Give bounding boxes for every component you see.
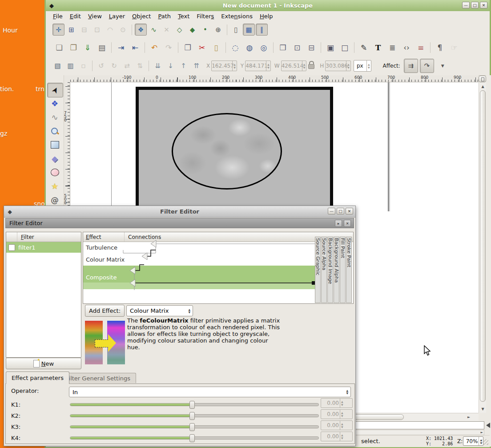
- select-all-icon[interactable]: ▧: [52, 60, 64, 72]
- tab-filter-general-settings[interactable]: Filter General Settings: [60, 373, 136, 383]
- text-font-icon[interactable]: ¶: [433, 41, 447, 54]
- close-button[interactable]: ✕: [346, 208, 353, 214]
- field-stepper-icon[interactable]: ▲▼: [232, 61, 237, 71]
- field-stepper-icon[interactable]: ▲▼: [340, 399, 344, 408]
- unit-stepper[interactable]: ▲▼: [366, 61, 371, 71]
- k2-value-field[interactable]: 0.00▲▼: [321, 409, 353, 419]
- align-distribute-icon[interactable]: ≡: [414, 41, 427, 54]
- xml-editor-icon[interactable]: ‹›: [400, 41, 413, 54]
- new-filter-button[interactable]: New: [6, 358, 81, 369]
- ellipse-tool[interactable]: [47, 165, 62, 179]
- slider-handle[interactable]: [189, 412, 195, 420]
- input-column-background-image[interactable]: Background Image: [327, 237, 333, 303]
- filter-checkbox[interactable]: [8, 244, 15, 251]
- 3dbox-tool[interactable]: ◆: [47, 152, 62, 165]
- lower-to-bottom-icon[interactable]: ⇊: [152, 60, 164, 72]
- k3-slider[interactable]: [70, 425, 319, 428]
- input-devices-icon[interactable]: ☞: [447, 41, 461, 54]
- h-field[interactable]: 303.086▲▼: [325, 61, 351, 71]
- lower-icon[interactable]: ↓: [165, 60, 177, 72]
- menu-view[interactable]: View: [85, 12, 105, 20]
- raise-icon[interactable]: ↑: [177, 60, 189, 72]
- redo-icon[interactable]: ↷: [162, 41, 175, 54]
- k4-value-field[interactable]: 0.00▲▼: [321, 432, 353, 441]
- snap-midpoints-icon[interactable]: •: [199, 24, 211, 36]
- snap-bounding-box-icon[interactable]: ⊞: [65, 24, 77, 36]
- rotate-cw-icon[interactable]: ↻: [108, 60, 120, 72]
- snap-bbox-edge-midpoints-icon[interactable]: ◠: [104, 24, 116, 36]
- snap-grid-icon[interactable]: ▦: [243, 24, 255, 36]
- effect-type-combobox[interactable]: Colour Matrix ▲▼: [126, 305, 193, 316]
- snap-guides-icon[interactable]: ∥: [256, 24, 268, 36]
- k1-value-field[interactable]: 0.00▲▼: [321, 398, 353, 408]
- star-tool[interactable]: ★: [47, 179, 62, 193]
- dock-close-icon[interactable]: ✕: [344, 220, 351, 227]
- flip-vertical-icon[interactable]: ⇅: [134, 60, 146, 72]
- zoom-drawing-icon[interactable]: ◍: [243, 41, 256, 54]
- snap-paths-icon[interactable]: ∿: [148, 24, 160, 36]
- field-stepper-icon[interactable]: ▲▼: [340, 421, 344, 430]
- menu-extensions[interactable]: Extensions: [217, 12, 256, 20]
- input-column-fill-paint[interactable]: Fill Paint: [340, 237, 346, 303]
- palette-scroll-right-icon[interactable]: ►: [481, 430, 483, 435]
- zoom-page-icon[interactable]: ◎: [257, 41, 270, 54]
- print-icon[interactable]: ▤: [95, 41, 109, 54]
- paste-icon[interactable]: ▯: [209, 41, 223, 54]
- snap-page-border-icon[interactable]: ▯: [230, 24, 242, 36]
- enable-snapping-icon[interactable]: ✛: [52, 24, 64, 36]
- filter-list-header[interactable]: Filter: [6, 232, 81, 242]
- unit-combobox[interactable]: px ▲▼: [354, 60, 371, 72]
- select-all-layers-icon[interactable]: ▥: [64, 60, 76, 72]
- input-column-stroke-paint[interactable]: Stroke Paint: [346, 237, 352, 303]
- scroll-up-icon[interactable]: ▲: [479, 83, 487, 90]
- export-icon[interactable]: ⇤: [129, 41, 142, 54]
- vertical-scrollbar[interactable]: ▲ ▼: [479, 82, 486, 413]
- import-icon[interactable]: ⇥: [114, 41, 128, 54]
- horizontal-ruler[interactable]: -100010020030040050060070080090010001100: [70, 75, 479, 82]
- snap-bbox-centers-icon[interactable]: ⊙: [117, 24, 129, 36]
- scroll-down-icon[interactable]: ▼: [479, 406, 487, 413]
- slider-handle[interactable]: [189, 401, 195, 409]
- open-document-icon[interactable]: ❐: [67, 41, 80, 54]
- w-field[interactable]: 426.514▲▼: [281, 61, 307, 71]
- menu-path[interactable]: Path: [154, 12, 174, 20]
- snap-cusp-nodes-icon[interactable]: ◇: [173, 24, 185, 36]
- snap-nodes-icon[interactable]: ❖: [135, 24, 147, 36]
- selector-tool[interactable]: ➤: [47, 83, 63, 97]
- scale-stroke-toggle[interactable]: ⇉: [404, 59, 418, 73]
- menu-filters[interactable]: Filters: [193, 12, 217, 20]
- filtered-ellipse[interactable]: [172, 113, 282, 190]
- y-field[interactable]: 484.171▲▼: [245, 61, 271, 71]
- zoom-selection-icon[interactable]: ◌: [229, 41, 242, 54]
- input-column-source-graphic[interactable]: Source Graphic: [315, 237, 321, 303]
- vertical-scrollbar-thumb[interactable]: [480, 90, 486, 402]
- snap-smooth-nodes-icon[interactable]: ◆: [186, 24, 198, 36]
- slider-handle[interactable]: [189, 423, 195, 431]
- dock-header[interactable]: Filter Editor ▸ ✕: [5, 218, 354, 228]
- toolbar-overflow-icon[interactable]: ▼: [441, 64, 444, 68]
- unlink-clone-icon[interactable]: ⊟: [305, 41, 318, 54]
- duplicate-icon[interactable]: ❒: [276, 41, 290, 54]
- undo-icon[interactable]: ↶: [148, 41, 161, 54]
- snap-path-intersections-icon[interactable]: ✕: [161, 24, 173, 36]
- spiral-tool[interactable]: @: [47, 193, 62, 207]
- add-effect-button[interactable]: Add Effect:: [85, 305, 125, 317]
- k1-slider[interactable]: [70, 403, 319, 406]
- input-column-source-alpha[interactable]: Source Alpha: [321, 237, 327, 303]
- field-stepper-icon[interactable]: ▲▼: [340, 432, 344, 441]
- maximize-button[interactable]: □: [471, 2, 479, 8]
- snap-bbox-edges-icon[interactable]: ⊟: [78, 24, 90, 36]
- menu-text[interactable]: Text: [174, 12, 193, 20]
- copy-icon[interactable]: ❐: [181, 41, 194, 54]
- scale-corners-toggle[interactable]: ↷: [420, 59, 434, 73]
- fill-stroke-dialog-icon[interactable]: ✎: [357, 41, 370, 54]
- menu-help[interactable]: Help: [256, 12, 277, 20]
- flip-horizontal-icon[interactable]: ⇄: [121, 60, 133, 72]
- ungroup-objects-icon[interactable]: □: [338, 41, 351, 54]
- slider-handle[interactable]: [189, 434, 195, 442]
- raise-to-top-icon[interactable]: ⇈: [190, 60, 202, 72]
- rectangle-tool[interactable]: [47, 138, 62, 152]
- new-document-icon[interactable]: ❏: [52, 41, 66, 54]
- menu-edit[interactable]: Edit: [66, 12, 85, 20]
- operator-combobox[interactable]: In ▲▼: [69, 387, 351, 397]
